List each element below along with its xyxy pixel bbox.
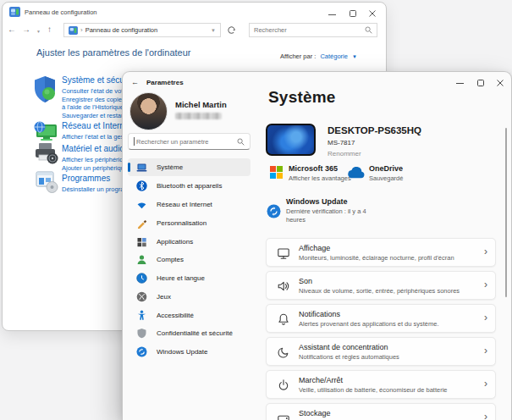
speaker-icon	[277, 279, 290, 293]
sidebar-item-gaming[interactable]: Jeux	[128, 288, 250, 306]
search-icon	[237, 138, 245, 146]
search-icon	[365, 26, 372, 34]
card-title: Son	[299, 277, 312, 285]
search-input[interactable]	[136, 138, 235, 146]
search-input[interactable]	[254, 26, 365, 34]
sidebar-item-label: Comptes	[157, 256, 184, 263]
ms-logo-green	[277, 166, 283, 172]
sidebar-item-accessibility[interactable]: Accessibilité	[128, 307, 250, 324]
text-cursor	[134, 137, 135, 146]
control-panel-icon	[9, 7, 20, 17]
card-title: Notifications	[299, 310, 340, 318]
onedrive-title[interactable]: OneDrive	[369, 164, 403, 173]
back-icon[interactable]: ←	[131, 78, 139, 86]
user-name: Michel Martin	[175, 100, 227, 109]
sidebar-item-network-internet[interactable]: Réseau et Internet	[128, 196, 250, 213]
network-internet-icon[interactable]	[33, 120, 58, 141]
accessibility-person-icon	[136, 310, 147, 321]
chevron-right-icon: ›	[484, 246, 487, 257]
storage-drive-icon	[277, 412, 290, 420]
device-model: MS-7817	[328, 139, 355, 146]
device-thumbnail	[266, 124, 316, 156]
sidebar-item-label: Windows Update	[157, 348, 207, 356]
microsoft-365-title[interactable]: Microsoft 365	[289, 164, 338, 173]
view-by-control: Afficher par : Catégorie ▼	[280, 52, 357, 60]
card-sound[interactable]: Son Niveaux de volume, sortie, entrée, p…	[266, 271, 496, 300]
history-dropdown-icon[interactable]: ▼	[36, 27, 41, 36]
windows-update-title[interactable]: Windows Update	[286, 197, 347, 206]
display-icon	[277, 246, 290, 260]
minimize-button[interactable]	[456, 83, 464, 84]
update-icon	[136, 346, 147, 357]
moon-icon	[277, 345, 290, 359]
system-security-icon[interactable]	[33, 75, 57, 103]
view-by-value[interactable]: Catégorie	[320, 52, 348, 60]
sidebar-item-label: Confidentialité et sécurité	[157, 329, 233, 337]
card-title: Stockage	[299, 409, 331, 417]
card-notifications[interactable]: Notifications Alertes provenant des appl…	[266, 304, 496, 333]
back-icon[interactable]: ←	[8, 25, 16, 34]
sidebar-item-label: Heure et langue	[157, 274, 205, 282]
sidebar-item-windows-update[interactable]: Windows Update	[128, 343, 250, 361]
programs-icon[interactable]	[36, 170, 58, 193]
up-icon[interactable]: ↑	[47, 25, 52, 34]
sidebar-item-bluetooth-devices[interactable]: Bluetooth et appareils	[128, 177, 250, 195]
settings-search[interactable]	[128, 133, 250, 150]
view-by-dropdown-icon[interactable]: ▼	[352, 54, 357, 59]
microsoft-365-status[interactable]: Afficher les avantages	[289, 174, 351, 182]
address-dropdown-icon[interactable]: ▼	[211, 28, 216, 33]
card-title: Affichage	[299, 244, 330, 252]
maximize-button[interactable]	[477, 80, 484, 86]
card-title: Assistant de concentration	[299, 343, 388, 351]
maximize-button[interactable]	[350, 10, 356, 17]
minimize-button[interactable]	[328, 14, 336, 15]
breadcrumb-location-icon	[69, 26, 78, 35]
ms-logo-yellow	[277, 173, 283, 179]
chevron-right-icon: ›	[484, 378, 487, 390]
sidebar-item-time-language[interactable]: Heure et langue	[128, 269, 250, 287]
ms-logo-red	[270, 166, 276, 172]
chevron-right-icon: ›	[484, 279, 487, 290]
sidebar-item-privacy-security[interactable]: Confidentialité et sécurité	[128, 324, 250, 342]
card-focus-assist[interactable]: Assistant de concentration Notifications…	[266, 337, 496, 366]
chevron-right-icon: ›	[484, 312, 487, 323]
selected-indicator	[128, 163, 130, 172]
sidebar-item-label: Personnalisation	[157, 219, 206, 227]
window-title: Paramètres	[146, 79, 184, 86]
breadcrumb-separator-icon: ›	[80, 26, 83, 34]
xbox-icon	[136, 291, 147, 302]
scrollbar[interactable]	[505, 128, 507, 297]
card-subtitle: Moniteurs, luminosité, éclairage nocturn…	[299, 254, 454, 262]
breadcrumb[interactable]: Panneau de configuration	[85, 26, 158, 34]
refresh-icon[interactable]	[227, 25, 236, 35]
sidebar-item-label: Applications	[157, 238, 193, 246]
sidebar-item-apps[interactable]: Applications	[128, 233, 250, 251]
sidebar-item-label: Jeux	[157, 293, 171, 301]
close-button[interactable]	[496, 79, 504, 87]
page-title: Système	[268, 88, 336, 107]
chevron-right-icon: ›	[484, 345, 487, 356]
control-panel-search[interactable]	[249, 23, 377, 37]
device-name: DESKTOP-PS635HQ	[328, 125, 421, 135]
sidebar-item-system[interactable]: Système	[128, 158, 250, 176]
forward-icon[interactable]: →	[22, 25, 30, 34]
sidebar-item-accounts[interactable]: Comptes	[128, 251, 250, 268]
avatar[interactable]	[129, 92, 168, 130]
onedrive-status[interactable]: Sauvegardé	[369, 174, 403, 182]
sidebar-item-personalization[interactable]: Personnalisation	[128, 214, 250, 232]
system-icon	[136, 162, 147, 173]
card-storage[interactable]: Stockage ›	[266, 403, 496, 420]
page-title: Ajuster les paramètres de l'ordinateur	[36, 47, 190, 58]
card-power[interactable]: Marche/Arrêt Veille, utilisation de batt…	[266, 370, 496, 399]
rename-link[interactable]: Renommer	[328, 150, 361, 158]
account-person-icon	[136, 254, 147, 265]
hardware-sound-icon[interactable]	[35, 141, 58, 164]
address-bar[interactable]: › Panneau de configuration ▼	[63, 23, 221, 37]
settings-window: ← Paramètres Michel Martin Système Bluet…	[122, 71, 512, 420]
window-title: Panneau de configuration	[25, 8, 97, 16]
desktop: { "icons": { "back": "←", "forward": "→"…	[0, 0, 512, 420]
card-display[interactable]: Affichage Moniteurs, luminosité, éclaira…	[266, 238, 496, 267]
ms-logo-blue	[270, 173, 276, 179]
card-subtitle: Alertes provenant des applications et du…	[299, 320, 439, 328]
close-button[interactable]	[368, 9, 377, 18]
